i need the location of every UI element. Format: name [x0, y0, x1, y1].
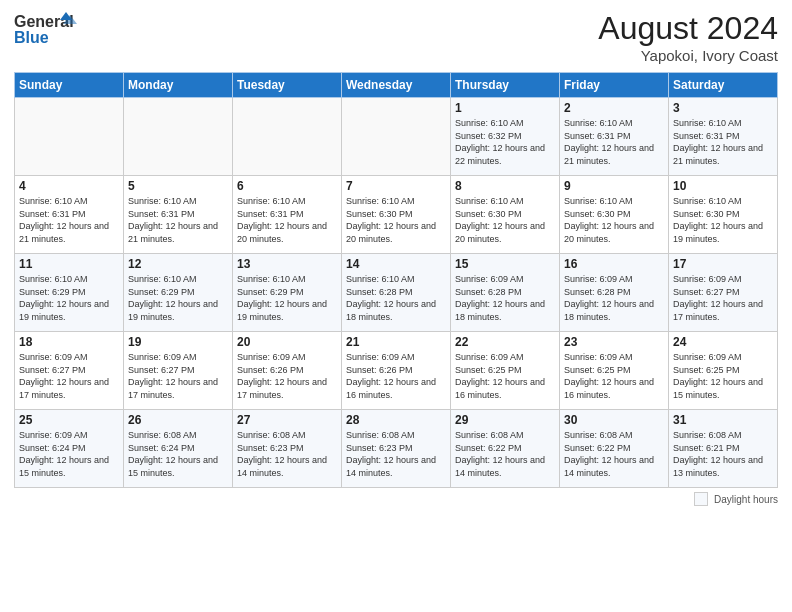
day-number: 4: [19, 179, 119, 193]
logo: GeneralBlue: [14, 10, 84, 50]
day-header-friday: Friday: [560, 73, 669, 98]
calendar-week-4: 18Sunrise: 6:09 AMSunset: 6:27 PMDayligh…: [15, 332, 778, 410]
day-info: Sunrise: 6:08 AMSunset: 6:23 PMDaylight:…: [237, 429, 337, 479]
calendar-cell: 1Sunrise: 6:10 AMSunset: 6:32 PMDaylight…: [451, 98, 560, 176]
calendar-cell: 21Sunrise: 6:09 AMSunset: 6:26 PMDayligh…: [342, 332, 451, 410]
calendar-cell: 17Sunrise: 6:09 AMSunset: 6:27 PMDayligh…: [669, 254, 778, 332]
calendar-cell: 19Sunrise: 6:09 AMSunset: 6:27 PMDayligh…: [124, 332, 233, 410]
calendar-cell: 14Sunrise: 6:10 AMSunset: 6:28 PMDayligh…: [342, 254, 451, 332]
calendar-cell: 9Sunrise: 6:10 AMSunset: 6:30 PMDaylight…: [560, 176, 669, 254]
day-number: 13: [237, 257, 337, 271]
day-info: Sunrise: 6:09 AMSunset: 6:27 PMDaylight:…: [673, 273, 773, 323]
day-info: Sunrise: 6:09 AMSunset: 6:25 PMDaylight:…: [455, 351, 555, 401]
day-number: 24: [673, 335, 773, 349]
day-number: 22: [455, 335, 555, 349]
day-info: Sunrise: 6:10 AMSunset: 6:30 PMDaylight:…: [346, 195, 446, 245]
day-number: 11: [19, 257, 119, 271]
day-info: Sunrise: 6:09 AMSunset: 6:28 PMDaylight:…: [564, 273, 664, 323]
day-info: Sunrise: 6:09 AMSunset: 6:27 PMDaylight:…: [19, 351, 119, 401]
day-number: 30: [564, 413, 664, 427]
day-number: 26: [128, 413, 228, 427]
header: GeneralBlue August 2024 Yapokoi, Ivory C…: [14, 10, 778, 64]
day-number: 3: [673, 101, 773, 115]
day-info: Sunrise: 6:10 AMSunset: 6:31 PMDaylight:…: [128, 195, 228, 245]
day-info: Sunrise: 6:08 AMSunset: 6:21 PMDaylight:…: [673, 429, 773, 479]
day-header-sunday: Sunday: [15, 73, 124, 98]
calendar-cell: 29Sunrise: 6:08 AMSunset: 6:22 PMDayligh…: [451, 410, 560, 488]
day-info: Sunrise: 6:09 AMSunset: 6:26 PMDaylight:…: [346, 351, 446, 401]
calendar-table: SundayMondayTuesdayWednesdayThursdayFrid…: [14, 72, 778, 488]
calendar-cell: 16Sunrise: 6:09 AMSunset: 6:28 PMDayligh…: [560, 254, 669, 332]
day-number: 25: [19, 413, 119, 427]
footer: Daylight hours: [14, 492, 778, 506]
day-number: 9: [564, 179, 664, 193]
day-header-thursday: Thursday: [451, 73, 560, 98]
calendar-cell: 24Sunrise: 6:09 AMSunset: 6:25 PMDayligh…: [669, 332, 778, 410]
day-info: Sunrise: 6:09 AMSunset: 6:27 PMDaylight:…: [128, 351, 228, 401]
daylight-box: [694, 492, 708, 506]
day-info: Sunrise: 6:10 AMSunset: 6:28 PMDaylight:…: [346, 273, 446, 323]
day-number: 29: [455, 413, 555, 427]
day-info: Sunrise: 6:09 AMSunset: 6:26 PMDaylight:…: [237, 351, 337, 401]
title-block: August 2024 Yapokoi, Ivory Coast: [598, 10, 778, 64]
day-header-tuesday: Tuesday: [233, 73, 342, 98]
day-number: 28: [346, 413, 446, 427]
day-info: Sunrise: 6:09 AMSunset: 6:24 PMDaylight:…: [19, 429, 119, 479]
day-header-saturday: Saturday: [669, 73, 778, 98]
calendar-cell: 12Sunrise: 6:10 AMSunset: 6:29 PMDayligh…: [124, 254, 233, 332]
day-number: 14: [346, 257, 446, 271]
calendar-cell: 31Sunrise: 6:08 AMSunset: 6:21 PMDayligh…: [669, 410, 778, 488]
day-info: Sunrise: 6:09 AMSunset: 6:28 PMDaylight:…: [455, 273, 555, 323]
day-info: Sunrise: 6:08 AMSunset: 6:22 PMDaylight:…: [564, 429, 664, 479]
calendar-cell: 26Sunrise: 6:08 AMSunset: 6:24 PMDayligh…: [124, 410, 233, 488]
calendar-cell: 22Sunrise: 6:09 AMSunset: 6:25 PMDayligh…: [451, 332, 560, 410]
svg-text:Blue: Blue: [14, 29, 49, 46]
day-header-monday: Monday: [124, 73, 233, 98]
calendar-cell: 20Sunrise: 6:09 AMSunset: 6:26 PMDayligh…: [233, 332, 342, 410]
day-number: 7: [346, 179, 446, 193]
day-info: Sunrise: 6:10 AMSunset: 6:30 PMDaylight:…: [673, 195, 773, 245]
calendar-cell: 5Sunrise: 6:10 AMSunset: 6:31 PMDaylight…: [124, 176, 233, 254]
calendar-cell: 3Sunrise: 6:10 AMSunset: 6:31 PMDaylight…: [669, 98, 778, 176]
calendar-cell: 18Sunrise: 6:09 AMSunset: 6:27 PMDayligh…: [15, 332, 124, 410]
day-number: 5: [128, 179, 228, 193]
day-number: 2: [564, 101, 664, 115]
calendar-cell: [124, 98, 233, 176]
day-info: Sunrise: 6:09 AMSunset: 6:25 PMDaylight:…: [673, 351, 773, 401]
day-info: Sunrise: 6:08 AMSunset: 6:22 PMDaylight:…: [455, 429, 555, 479]
day-number: 18: [19, 335, 119, 349]
calendar-cell: 4Sunrise: 6:10 AMSunset: 6:31 PMDaylight…: [15, 176, 124, 254]
day-info: Sunrise: 6:09 AMSunset: 6:25 PMDaylight:…: [564, 351, 664, 401]
day-number: 12: [128, 257, 228, 271]
month-title: August 2024: [598, 10, 778, 47]
day-number: 19: [128, 335, 228, 349]
calendar-week-5: 25Sunrise: 6:09 AMSunset: 6:24 PMDayligh…: [15, 410, 778, 488]
calendar-cell: 23Sunrise: 6:09 AMSunset: 6:25 PMDayligh…: [560, 332, 669, 410]
day-header-wednesday: Wednesday: [342, 73, 451, 98]
day-number: 17: [673, 257, 773, 271]
calendar-cell: [342, 98, 451, 176]
day-info: Sunrise: 6:10 AMSunset: 6:29 PMDaylight:…: [128, 273, 228, 323]
day-number: 31: [673, 413, 773, 427]
calendar-week-2: 4Sunrise: 6:10 AMSunset: 6:31 PMDaylight…: [15, 176, 778, 254]
day-info: Sunrise: 6:10 AMSunset: 6:29 PMDaylight:…: [237, 273, 337, 323]
calendar-week-3: 11Sunrise: 6:10 AMSunset: 6:29 PMDayligh…: [15, 254, 778, 332]
calendar-cell: 8Sunrise: 6:10 AMSunset: 6:30 PMDaylight…: [451, 176, 560, 254]
day-info: Sunrise: 6:10 AMSunset: 6:31 PMDaylight:…: [564, 117, 664, 167]
location-title: Yapokoi, Ivory Coast: [598, 47, 778, 64]
day-number: 16: [564, 257, 664, 271]
calendar-week-1: 1Sunrise: 6:10 AMSunset: 6:32 PMDaylight…: [15, 98, 778, 176]
day-number: 10: [673, 179, 773, 193]
calendar-cell: 2Sunrise: 6:10 AMSunset: 6:31 PMDaylight…: [560, 98, 669, 176]
day-number: 20: [237, 335, 337, 349]
day-info: Sunrise: 6:10 AMSunset: 6:31 PMDaylight:…: [673, 117, 773, 167]
calendar-cell: 25Sunrise: 6:09 AMSunset: 6:24 PMDayligh…: [15, 410, 124, 488]
day-info: Sunrise: 6:10 AMSunset: 6:31 PMDaylight:…: [237, 195, 337, 245]
day-number: 23: [564, 335, 664, 349]
day-info: Sunrise: 6:10 AMSunset: 6:30 PMDaylight:…: [564, 195, 664, 245]
calendar-cell: 6Sunrise: 6:10 AMSunset: 6:31 PMDaylight…: [233, 176, 342, 254]
calendar-cell: 30Sunrise: 6:08 AMSunset: 6:22 PMDayligh…: [560, 410, 669, 488]
day-info: Sunrise: 6:10 AMSunset: 6:29 PMDaylight:…: [19, 273, 119, 323]
day-number: 6: [237, 179, 337, 193]
calendar-container: GeneralBlue August 2024 Yapokoi, Ivory C…: [0, 0, 792, 612]
